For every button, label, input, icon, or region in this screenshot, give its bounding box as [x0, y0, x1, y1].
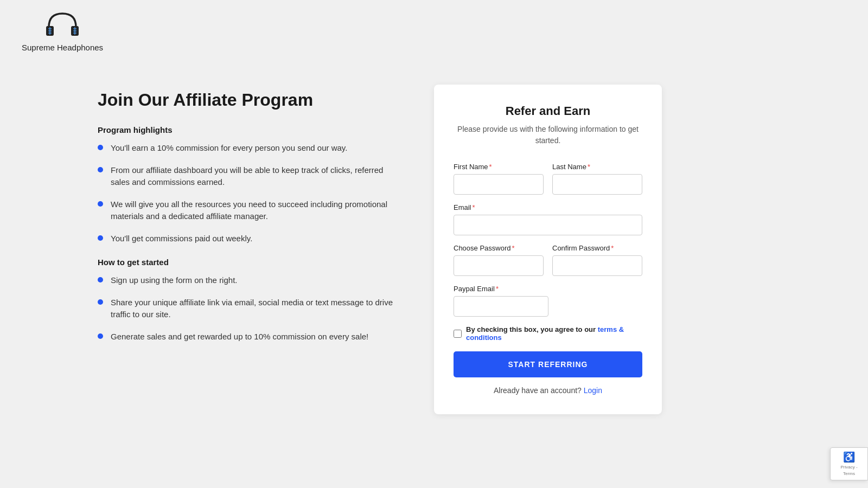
list-item: Sign up using the form on the right. — [98, 274, 401, 287]
header: Supreme Headphones — [0, 0, 868, 63]
terms-row: By checking this box, you agree to our t… — [454, 325, 642, 342]
first-name-input[interactable] — [454, 174, 544, 195]
howto-list: Sign up using the form on the right. Sha… — [98, 274, 401, 343]
paypal-email-input[interactable] — [454, 296, 548, 317]
password-row: Choose Password* Confirm Password* — [454, 244, 642, 276]
logo: Supreme Headphones — [22, 11, 103, 52]
last-name-input[interactable] — [552, 174, 642, 195]
first-name-label: First Name* — [454, 163, 544, 171]
email-label: Email* — [454, 203, 642, 211]
confirm-password-label: Confirm Password* — [552, 244, 642, 252]
recaptcha-badge: ♿ Privacy - Terms — [830, 447, 868, 480]
checkbox-label: By checking this box, you agree to our t… — [466, 325, 642, 342]
confirm-password-group: Confirm Password* — [552, 244, 642, 276]
howto-text: Generate sales and get rewarded up to 10… — [111, 331, 368, 343]
highlight-text: From our affiliate dashboard you will be… — [111, 164, 401, 189]
list-item: You'll earn a 10% commission for every p… — [98, 142, 401, 155]
left-column: Join Our Affiliate Program Program highl… — [98, 85, 401, 356]
confirm-password-input[interactable] — [552, 255, 642, 276]
bullet-dot — [98, 145, 103, 150]
form-card: Refer and Earn Please provide us with th… — [434, 85, 662, 414]
login-text: Already have an account? — [494, 386, 582, 395]
required-star: * — [473, 203, 475, 211]
paypal-row: Paypal Email* — [454, 285, 642, 317]
terms-checkbox[interactable] — [454, 330, 462, 338]
password-input[interactable] — [454, 255, 544, 276]
required-star: * — [489, 163, 492, 171]
paypal-email-group: Paypal Email* — [454, 285, 548, 317]
recaptcha-logo: ♿ — [835, 451, 863, 463]
highlight-text: We will give you all the resources you n… — [111, 198, 401, 223]
email-input[interactable] — [454, 215, 642, 235]
bullet-dot — [98, 299, 103, 305]
howto-text: Share your unique affiliate link via ema… — [111, 297, 401, 321]
last-name-label: Last Name* — [552, 163, 642, 171]
bullet-dot — [98, 235, 103, 241]
form-title: Refer and Earn — [454, 104, 642, 118]
list-item: Generate sales and get rewarded up to 10… — [98, 331, 401, 343]
howto-text: Sign up using the form on the right. — [111, 274, 237, 287]
first-name-group: First Name* — [454, 163, 544, 195]
login-row: Already have an account? Login — [454, 386, 642, 395]
highlight-text: You'll earn a 10% commission for every p… — [111, 142, 347, 155]
name-row: First Name* Last Name* — [454, 163, 642, 195]
bullet-dot — [98, 167, 103, 172]
highlights-list: You'll earn a 10% commission for every p… — [98, 142, 401, 245]
email-row: Email* — [454, 203, 642, 235]
page-title: Join Our Affiliate Program — [98, 90, 401, 110]
password-label: Choose Password* — [454, 244, 544, 252]
list-item: From our affiliate dashboard you will be… — [98, 164, 401, 189]
bullet-dot — [98, 333, 103, 339]
email-group: Email* — [454, 203, 642, 235]
paypal-email-label: Paypal Email* — [454, 285, 548, 293]
required-star: * — [496, 285, 499, 293]
bullet-dot — [98, 277, 103, 282]
form-subtitle: Please provide us with the following inf… — [454, 124, 642, 146]
password-group: Choose Password* — [454, 244, 544, 276]
required-star: * — [512, 244, 515, 252]
required-star: * — [611, 244, 614, 252]
list-item: You'll get commissions paid out weekly. — [98, 233, 401, 245]
login-link[interactable]: Login — [584, 386, 602, 395]
highlight-text: You'll get commissions paid out weekly. — [111, 233, 252, 245]
required-star: * — [588, 163, 590, 171]
main-content: Join Our Affiliate Program Program highl… — [0, 63, 868, 436]
logo-text: Supreme Headphones — [22, 43, 103, 52]
recaptcha-text: Privacy - Terms — [840, 465, 857, 476]
headphones-icon — [43, 11, 81, 41]
list-item: Share your unique affiliate link via ema… — [98, 297, 401, 321]
howto-heading: How to get started — [98, 258, 401, 267]
highlights-heading: Program highlights — [98, 125, 401, 134]
submit-button[interactable]: START REFERRING — [454, 351, 642, 377]
last-name-group: Last Name* — [552, 163, 642, 195]
right-column: Refer and Earn Please provide us with th… — [434, 85, 662, 414]
bullet-dot — [98, 201, 103, 207]
list-item: We will give you all the resources you n… — [98, 198, 401, 223]
